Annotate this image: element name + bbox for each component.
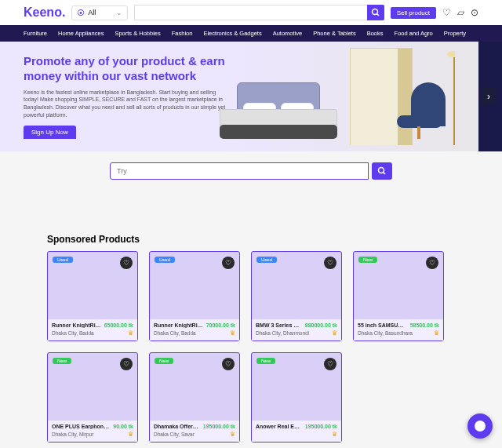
product-body: 55 inch SAMSUNG …58500.00 tkDhaka City, … — [354, 319, 443, 341]
sponsored-section: Sponsored Products Used♡Runner KnightRid… — [0, 191, 502, 448]
lamp-icon — [453, 51, 455, 145]
pin-icon: ⦿ — [77, 9, 85, 17]
nav-item[interactable]: Phone & Tablets — [313, 30, 356, 37]
product-card[interactable]: New♡Anower Real Esta…195000.00 tk♛ — [251, 352, 342, 443]
nav-item[interactable]: Home Appliances — [58, 30, 104, 37]
hero-banner: Promote any of your product & earn money… — [0, 42, 502, 151]
product-title: 55 inch SAMSUNG … — [358, 322, 407, 328]
nav-item[interactable]: Fashion — [172, 30, 193, 37]
svg-line-1 — [376, 14, 379, 16]
premium-icon: ♛ — [332, 330, 337, 337]
product-price: 880000.00 tk — [305, 322, 337, 328]
product-body: Runner KnightRid…65000.00 tkDhaka City, … — [48, 319, 137, 341]
category-label: All — [88, 9, 96, 16]
condition-badge: Used — [256, 257, 277, 263]
signup-button[interactable]: Sign Up Now — [24, 126, 76, 139]
product-body: Anower Real Esta…195000.00 tk♛ — [252, 421, 341, 442]
product-title: BMW 3 Series 318… — [256, 322, 302, 328]
wishlist-icon[interactable]: ♡ — [442, 7, 451, 18]
product-price: 58500.00 tk — [410, 322, 439, 328]
condition-badge: Used — [53, 257, 73, 263]
product-title: Runner KnightRid… — [52, 322, 101, 328]
header-top: Keeno. ⦿ All ⌄ Sell product ♡ ▱ ⊙ — [0, 0, 502, 25]
condition-badge: New — [256, 358, 275, 364]
chat-button[interactable] — [467, 413, 493, 439]
account-icon[interactable]: ⊙ — [471, 7, 478, 18]
nav-item[interactable]: Automotive — [273, 30, 303, 37]
product-price: 195000.00 tk — [305, 424, 337, 429]
product-card[interactable]: New♡Dhamaka Offer L…195000.00 tkDhaka Ci… — [149, 352, 240, 443]
product-location: Dhaka City, Mirpur — [52, 432, 93, 437]
condition-badge: New — [155, 358, 173, 364]
condition-badge: New — [53, 358, 71, 364]
product-image: Used♡ — [252, 252, 341, 319]
search-icon — [371, 8, 380, 17]
hero-subtitle: Keeno is the fastest online marketplace … — [24, 89, 231, 119]
product-card[interactable]: Used♡BMW 3 Series 318…880000.00 tkDhaka … — [251, 251, 342, 341]
main-search-input[interactable] — [110, 162, 369, 180]
sell-product-button[interactable]: Sell product — [391, 7, 436, 19]
product-body: BMW 3 Series 318…880000.00 tkDhaka City,… — [252, 319, 341, 341]
product-image: Used♡ — [150, 252, 239, 319]
header-search-input[interactable] — [134, 5, 366, 20]
product-location: Dhaka City, Basundhara — [358, 330, 413, 336]
product-title: Anower Real Esta… — [256, 424, 302, 429]
product-card[interactable]: New♡ONE PLUS Earphone O…90.00 tkDhaka Ci… — [47, 352, 138, 443]
search-icon — [377, 166, 387, 176]
condition-badge: Used — [155, 257, 175, 263]
product-card[interactable]: Used♡Runner KnightRid…70000.00 tkDhaka C… — [149, 251, 240, 341]
main-search-button[interactable] — [372, 162, 392, 180]
header-search-button[interactable] — [367, 5, 384, 20]
product-price: 195000.00 tk — [203, 424, 235, 429]
lamp-shade-icon — [447, 51, 455, 57]
hero-image — [220, 48, 455, 145]
nav-item[interactable]: Electronics & Gadgets — [203, 30, 261, 37]
premium-icon: ♛ — [128, 330, 133, 337]
header-search — [134, 5, 384, 20]
header-icons: ♡ ▱ ⊙ — [442, 7, 478, 18]
favorite-button[interactable]: ♡ — [324, 257, 336, 269]
product-body: Dhamaka Offer L…195000.00 tkDhaka City, … — [150, 421, 239, 442]
nav-item[interactable]: Sports & Hobbies — [115, 30, 160, 37]
nav-item[interactable]: Property — [444, 30, 466, 37]
product-location: Dhaka City, Badda — [154, 330, 196, 336]
main-search — [0, 151, 502, 191]
svg-point-0 — [372, 9, 377, 15]
bed-icon — [220, 82, 337, 139]
product-card[interactable]: New♡55 inch SAMSUNG …58500.00 tkDhaka Ci… — [353, 251, 444, 341]
product-image: Used♡ — [48, 252, 137, 319]
nav-item[interactable]: Books — [367, 30, 384, 37]
product-location: Dhaka City, Badda — [52, 330, 94, 336]
premium-icon: ♛ — [434, 330, 439, 337]
premium-icon: ♛ — [128, 431, 133, 438]
nav-item[interactable]: Furniture — [24, 30, 47, 37]
product-title: ONE PLUS Earphone O… — [52, 424, 110, 429]
product-image: New♡ — [48, 353, 137, 421]
favorite-button[interactable]: ♡ — [120, 257, 133, 269]
premium-icon: ♛ — [230, 431, 235, 438]
product-price: 65000.00 tk — [104, 322, 133, 328]
premium-icon: ♛ — [332, 431, 337, 438]
favorite-button[interactable]: ♡ — [324, 358, 336, 370]
product-price: 90.00 tk — [113, 424, 133, 429]
premium-icon: ♛ — [230, 330, 235, 337]
nav-item[interactable]: Food and Agro — [395, 30, 433, 37]
product-location: Dhaka City, Savar — [154, 432, 195, 437]
svg-point-2 — [379, 168, 384, 173]
product-location: Dhaka City, Dhanmondi — [256, 330, 309, 336]
product-image: New♡ — [354, 252, 443, 319]
favorite-button[interactable]: ♡ — [222, 257, 235, 269]
favorite-button[interactable]: ♡ — [426, 257, 438, 269]
product-title: Dhamaka Offer L… — [154, 424, 200, 429]
logo[interactable]: Keeno. — [24, 5, 65, 20]
favorite-button[interactable]: ♡ — [120, 358, 133, 370]
category-nav: Furniture Home Appliances Sports & Hobbi… — [0, 25, 502, 42]
cart-icon[interactable]: ▱ — [457, 7, 464, 18]
product-card[interactable]: Used♡Runner KnightRid…65000.00 tkDhaka C… — [47, 251, 138, 341]
carousel-next-button[interactable]: › — [482, 88, 496, 105]
condition-badge: New — [358, 257, 377, 263]
chevron-down-icon: ⌄ — [116, 9, 122, 16]
category-selector[interactable]: ⦿ All ⌄ — [71, 5, 128, 20]
favorite-button[interactable]: ♡ — [222, 358, 235, 370]
product-body: Runner KnightRid…70000.00 tkDhaka City, … — [150, 319, 239, 341]
